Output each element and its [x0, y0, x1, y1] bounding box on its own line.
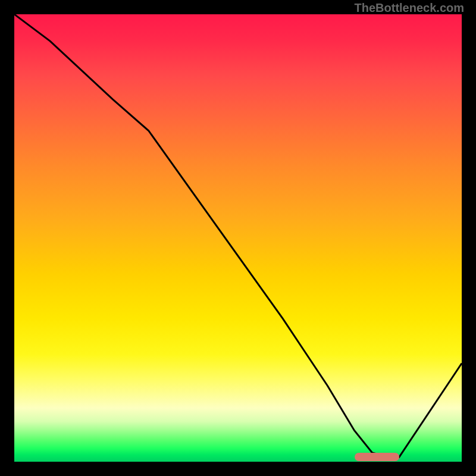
plot-area [14, 14, 462, 462]
bottleneck-curve [14, 14, 462, 462]
curve-path [14, 14, 462, 458]
watermark-text: TheBottleneck.com [355, 1, 464, 15]
optimum-marker [355, 453, 399, 461]
